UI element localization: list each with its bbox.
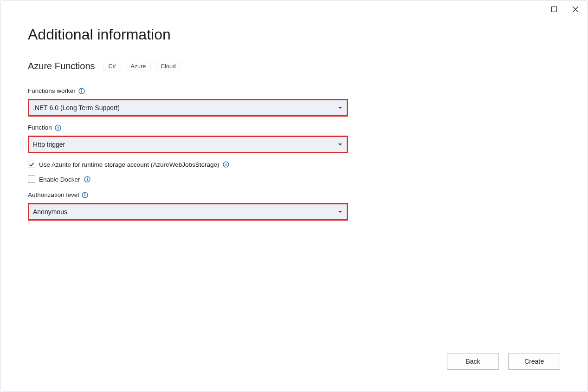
svg-rect-8 — [58, 127, 58, 129]
functions-worker-value: .NET 6.0 (Long Term Support) — [33, 104, 120, 111]
svg-marker-20 — [338, 211, 342, 213]
create-button[interactable]: Create — [508, 353, 560, 370]
function-trigger-value: Http trigger — [33, 141, 65, 148]
svg-rect-9 — [58, 126, 58, 127]
function-trigger-select[interactable]: Http trigger — [28, 136, 348, 153]
svg-rect-5 — [81, 89, 82, 90]
footer-buttons: Back Create — [447, 353, 560, 370]
info-icon[interactable] — [84, 176, 90, 183]
functions-worker-label-row: Functions worker — [28, 87, 348, 94]
subtitle-row: Azure Functions C# Azure Cloud — [28, 61, 560, 72]
use-azurite-label: Use Azurite for runtime storage account … — [39, 161, 219, 168]
svg-rect-16 — [87, 177, 88, 178]
svg-rect-12 — [226, 164, 227, 166]
close-icon — [572, 6, 579, 13]
tag-azure: Azure — [126, 62, 151, 71]
svg-marker-10 — [338, 144, 342, 145]
svg-rect-19 — [85, 193, 86, 194]
info-icon[interactable] — [78, 88, 85, 94]
back-button[interactable]: Back — [447, 353, 499, 370]
svg-rect-13 — [226, 163, 227, 163]
info-icon[interactable] — [82, 192, 88, 198]
chevron-down-icon — [338, 143, 342, 146]
function-trigger-label-row: Function — [28, 124, 348, 131]
functions-worker-select[interactable]: .NET 6.0 (Long Term Support) — [28, 99, 348, 117]
functions-worker-label: Functions worker — [28, 87, 76, 94]
close-button[interactable] — [565, 2, 586, 17]
authorization-level-select[interactable]: Anonymous — [28, 203, 348, 221]
function-trigger-label: Function — [28, 124, 52, 131]
maximize-icon — [551, 7, 557, 12]
project-type-label: Azure Functions — [28, 61, 95, 72]
svg-rect-18 — [85, 194, 86, 196]
svg-rect-0 — [552, 7, 557, 12]
svg-marker-6 — [338, 107, 342, 109]
use-azurite-checkbox[interactable] — [28, 161, 35, 168]
svg-rect-4 — [81, 90, 82, 92]
enable-docker-label: Enable Docker — [39, 176, 80, 183]
tag-list: C# Azure Cloud — [103, 62, 181, 71]
page-title: Additional information — [28, 26, 560, 43]
chevron-down-icon — [338, 106, 342, 110]
chevron-down-icon — [338, 210, 342, 214]
info-icon[interactable] — [223, 161, 229, 168]
maximize-button[interactable] — [543, 2, 565, 17]
authorization-level-value: Anonymous — [33, 208, 67, 216]
authorization-level-label-row: Authorization level — [28, 191, 348, 198]
svg-rect-15 — [87, 179, 88, 181]
window-controls — [543, 2, 586, 17]
tag-csharp: C# — [103, 62, 121, 71]
authorization-level-label: Authorization level — [28, 191, 79, 198]
enable-docker-row: Enable Docker — [28, 176, 560, 183]
enable-docker-checkbox[interactable] — [28, 176, 35, 183]
tag-cloud: Cloud — [155, 62, 181, 71]
info-icon[interactable] — [55, 124, 61, 131]
use-azurite-row: Use Azurite for runtime storage account … — [28, 161, 560, 168]
